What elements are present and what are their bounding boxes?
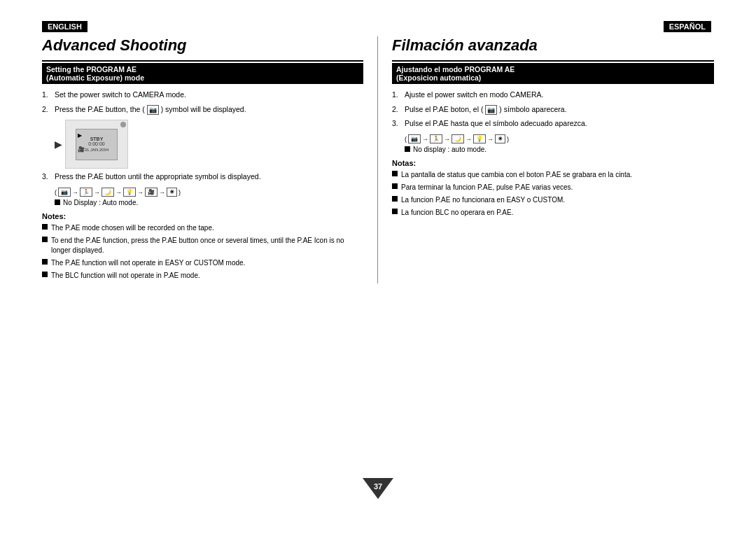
right-note-1: La pantalla de status que cambia con el … [392,170,714,180]
right-symbol-row: ( 📷 → 🏃 → 🌙 → 💡 → ☀ ) [405,134,714,143]
right-subsection-header: Ajustando el modo PROGRAM AE (Exposicion… [392,63,714,84]
symbol-2: 🏃 [80,188,92,197]
note-bullet-1 [42,224,48,230]
left-notes: Notes: The P.AE mode chosen will be reco… [42,212,363,281]
bullet-icon [55,199,60,205]
symbol-6: ☀ [167,188,177,197]
symbol-3: 🌙 [102,188,114,197]
left-divider [42,60,363,62]
camera-screen: STBY 0:00:00 ▶ 🎥 31.JAN.2004 [76,129,118,160]
right-step-list: 1. Ajuste el power switch en modo CAMERA… [392,90,714,129]
r-symbol-3: 🌙 [451,134,464,143]
right-step-3: 3. Pulse el P.AE hasta que el símbolo ad… [392,118,714,129]
r-note-bullet-4 [392,209,398,214]
rec-icon: ▶ [78,132,82,139]
r-symbol-2: 🏃 [430,134,442,143]
left-step-list-2: 3. Press the P.AE button until the appro… [42,171,363,182]
header-row: ENGLISH ESPAÑOL [42,21,714,32]
r-symbol-4: 💡 [473,134,486,143]
note-bullet-3 [42,259,48,265]
english-badge: ENGLISH [42,21,88,32]
right-note-2: Para terminar la funcion P.AE, pulse P.A… [392,183,714,192]
stby-text: STBY [90,136,104,141]
left-step-2: 2. Press the P.AE button, the ( 📷 ) symb… [42,104,363,115]
right-column: Filmación avanzada Ajustando el modo PRO… [378,36,714,283]
left-note-3: The P.AE function will not operate in EA… [42,258,363,268]
right-step-2: 2. Pulse el P.AE boton, el ( 📷 ) símbolo… [392,104,714,115]
left-subsection-header: Setting the PROGRAM AE (Automatic Exposu… [42,63,363,84]
symbol-5: 🎥 [145,188,158,197]
camera-icon-small: 🎥 [78,146,85,153]
columns-wrapper: Advanced Shooting Setting the PROGRAM AE… [42,36,714,283]
symbol-1: 📷 [58,188,71,197]
note-bullet-2 [42,237,48,242]
r-bullet-icon [405,146,410,152]
page: ENGLISH ESPAÑOL Advanced Shooting Settin… [0,0,756,534]
note-bullet-4 [42,272,48,277]
date-text: 31.JAN.2004 [85,148,109,152]
r-note-bullet-1 [392,171,398,176]
left-section-title: Advanced Shooting [42,36,363,55]
symbol-row: ( 📷 → 🏃 → 🌙 → 💡 → 🎥 → ☀ ) [55,188,363,197]
page-number-area: 37 [363,478,393,499]
left-step-3: 3. Press the P.AE button until the appro… [42,171,363,182]
no-display-right: No display : auto mode. [405,146,714,153]
right-notes-list: La pantalla de status que cambia con el … [392,170,714,218]
left-step-1: 1. Set the power switch to CAMERA mode. [42,90,363,100]
left-notes-title: Notes: [42,212,363,220]
no-display-left: No Display : Auto mode. [55,199,363,206]
camera-lens [120,122,126,127]
page-number: 37 [374,482,382,491]
right-note-4: La funcion BLC no operara en P.AE. [392,208,714,218]
right-note-3: La funcion P.AE no funcionara en EASY o … [392,195,714,205]
r-symbol-1: 📷 [408,134,421,143]
time-text: 0:00:00 [88,141,104,146]
left-notes-list: The P.AE mode chosen will be recorded on… [42,223,363,281]
right-notes: Notas: La pantalla de status que cambia … [392,159,714,218]
left-step-list: 1. Set the power switch to CAMERA mode. … [42,90,363,114]
left-note-1: The P.AE mode chosen will be recorded on… [42,223,363,233]
right-notes-title: Notas: [392,159,714,167]
left-note-4: The BLC function will not operate in P.A… [42,271,363,281]
r-symbol-5: ☀ [495,134,505,143]
symbol-4: 💡 [123,188,136,197]
camera-image-area: ▶ STBY 0:00:00 ▶ 🎥 31.JAN.2004 [55,120,363,169]
left-column: Advanced Shooting Setting the PROGRAM AE… [42,36,378,283]
right-step-1: 1. Ajuste el power switch en modo CAMERA… [392,90,714,100]
camera-thumbnail: STBY 0:00:00 ▶ 🎥 31.JAN.2004 [65,120,128,169]
right-section-title: Filmación avanzada [392,36,714,55]
espanol-badge: ESPAÑOL [664,21,711,32]
r-note-bullet-2 [392,183,398,189]
left-note-2: To end the P.AE function, press the P.AE… [42,236,363,255]
r-note-bullet-3 [392,196,398,202]
right-divider [392,60,714,62]
camera-arrow-left-icon: ▶ [55,139,62,150]
